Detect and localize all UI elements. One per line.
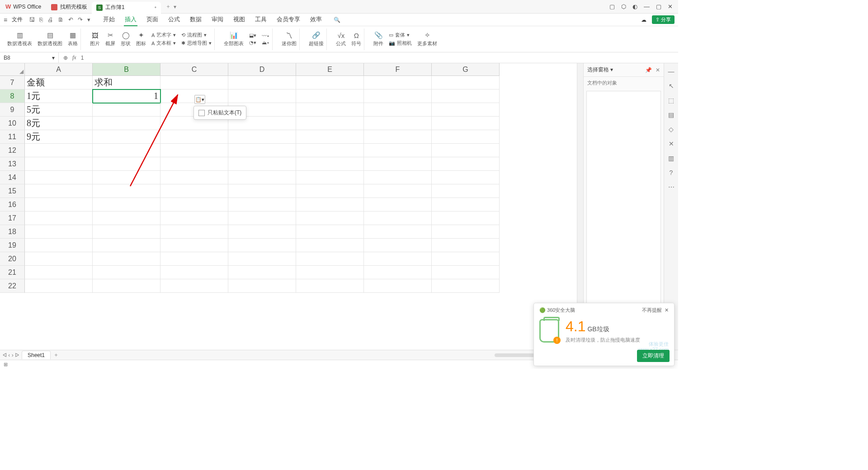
- cell-C22[interactable]: [160, 279, 228, 293]
- camera-button[interactable]: 📷照相机: [389, 40, 412, 47]
- cell-G13[interactable]: [432, 157, 500, 171]
- table-button[interactable]: ▦表格: [68, 31, 78, 47]
- cell-G12[interactable]: [432, 144, 500, 157]
- more-icon[interactable]: ⋯: [668, 183, 675, 191]
- cell-E12[interactable]: [296, 144, 364, 157]
- row-header-17[interactable]: 17: [0, 212, 25, 225]
- cell-F7[interactable]: [364, 76, 432, 89]
- cell-D22[interactable]: [228, 279, 296, 293]
- chevron-down-icon[interactable]: ▾: [52, 55, 55, 61]
- cell-F12[interactable]: [364, 144, 432, 157]
- cell-F8[interactable]: [364, 89, 432, 103]
- collapse-icon[interactable]: —: [668, 68, 675, 75]
- screenshot-button[interactable]: ✂截屏: [105, 31, 115, 47]
- print-icon[interactable]: 🖨: [47, 16, 53, 23]
- row-header-19[interactable]: 19: [0, 239, 25, 252]
- cell-D19[interactable]: [228, 239, 296, 252]
- zoom-target-icon[interactable]: ⊕: [63, 55, 68, 61]
- picture-button[interactable]: 🖼图片: [90, 31, 100, 47]
- cell-C18[interactable]: [160, 225, 228, 239]
- cell-A22[interactable]: [25, 279, 93, 293]
- cell-D18[interactable]: [228, 225, 296, 239]
- close-button[interactable]: ✕: [668, 3, 673, 10]
- cell-D14[interactable]: [228, 171, 296, 184]
- help-icon[interactable]: ?: [670, 169, 673, 176]
- row-header-20[interactable]: 20: [0, 252, 25, 266]
- cell-E22[interactable]: [296, 279, 364, 293]
- row-header-7[interactable]: 7: [0, 76, 25, 89]
- cell-F15[interactable]: [364, 184, 432, 198]
- cursor-icon[interactable]: ↖: [669, 82, 674, 89]
- cell-C12[interactable]: [160, 144, 228, 157]
- sheet-nav[interactable]: ᐊ ‹ › ᐅ: [3, 352, 19, 358]
- hyperlink-button[interactable]: 🔗超链接: [309, 31, 324, 47]
- row-header-11[interactable]: 11: [0, 130, 25, 144]
- cell-G22[interactable]: [432, 279, 500, 293]
- cell-E11[interactable]: [296, 130, 364, 144]
- cell-F11[interactable]: [364, 130, 432, 144]
- col-header-E[interactable]: E: [296, 63, 364, 76]
- row-header-14[interactable]: 14: [0, 171, 25, 184]
- cell-G16[interactable]: [432, 198, 500, 212]
- chart-bar-icon[interactable]: ⬓▾: [249, 33, 256, 38]
- cell-B20[interactable]: [93, 252, 160, 266]
- paste-options-menu[interactable]: 只粘贴文本(T): [193, 106, 246, 120]
- fx-icon[interactable]: fx: [72, 54, 76, 61]
- cell-C11[interactable]: [160, 130, 228, 144]
- cell-E13[interactable]: [296, 157, 364, 171]
- cell-C7[interactable]: [160, 76, 228, 89]
- search-icon[interactable]: 🔍: [334, 17, 340, 23]
- cell-E10[interactable]: [296, 117, 364, 130]
- spreadsheet-grid[interactable]: ◢ A B C D E F G 7金额求和81元195元108元119元1213…: [0, 63, 577, 350]
- tab-view[interactable]: 视图: [232, 14, 246, 26]
- save-icon[interactable]: 🖫: [29, 16, 35, 23]
- cell-E17[interactable]: [296, 212, 364, 225]
- pivot-table-button[interactable]: ▥数据透视表: [7, 31, 32, 47]
- more-material-button[interactable]: ✧更多素材: [417, 31, 437, 47]
- cell-F18[interactable]: [364, 225, 432, 239]
- cell-C19[interactable]: [160, 239, 228, 252]
- cell-A17[interactable]: [25, 212, 93, 225]
- cell-B10[interactable]: [93, 117, 160, 130]
- cell-A9[interactable]: 5元: [25, 103, 93, 117]
- cell-G15[interactable]: [432, 184, 500, 198]
- cell-B18[interactable]: [93, 225, 160, 239]
- select-all-corner[interactable]: ◢: [0, 63, 25, 76]
- tab-member[interactable]: 会员专享: [276, 14, 301, 26]
- chart-line-icon[interactable]: 〰▾: [262, 33, 269, 38]
- tab-page[interactable]: 页面: [146, 14, 159, 26]
- cell-A18[interactable]: [25, 225, 93, 239]
- cell-E18[interactable]: [296, 225, 364, 239]
- cube-icon[interactable]: ⬡: [621, 3, 626, 10]
- tab-templates[interactable]: 找稻壳模板: [47, 1, 92, 13]
- cell-G20[interactable]: [432, 252, 500, 266]
- cell-F16[interactable]: [364, 198, 432, 212]
- cell-F9[interactable]: [364, 103, 432, 117]
- cell-E14[interactable]: [296, 171, 364, 184]
- col-header-F[interactable]: F: [364, 63, 432, 76]
- cell-D13[interactable]: [228, 157, 296, 171]
- cell-A21[interactable]: [25, 266, 93, 279]
- preview-icon[interactable]: 🗎: [58, 16, 64, 23]
- tab-review[interactable]: 审阅: [211, 14, 224, 26]
- sheet-tab-1[interactable]: Sheet1: [22, 351, 51, 359]
- tab-data[interactable]: 数据: [189, 14, 203, 26]
- pin-icon[interactable]: 📌: [645, 67, 652, 73]
- charts-button[interactable]: 📊全部图表: [224, 31, 244, 47]
- cell-E19[interactable]: [296, 239, 364, 252]
- cell-B11[interactable]: [93, 130, 160, 144]
- cell-G14[interactable]: [432, 171, 500, 184]
- object-button[interactable]: ▭套体▾: [389, 32, 412, 38]
- cell-F13[interactable]: [364, 157, 432, 171]
- wordart-button[interactable]: A艺术字▾: [151, 32, 176, 38]
- pane-close-icon[interactable]: ✕: [656, 67, 660, 73]
- row-header-16[interactable]: 16: [0, 198, 25, 212]
- cell-G18[interactable]: [432, 225, 500, 239]
- cell-E15[interactable]: [296, 184, 364, 198]
- cell-G17[interactable]: [432, 212, 500, 225]
- cell-F19[interactable]: [364, 239, 432, 252]
- cell-G21[interactable]: [432, 266, 500, 279]
- cell-B16[interactable]: [93, 198, 160, 212]
- chart-area-icon[interactable]: ⛰▾: [262, 40, 269, 45]
- popup-close-icon[interactable]: ✕: [665, 307, 669, 313]
